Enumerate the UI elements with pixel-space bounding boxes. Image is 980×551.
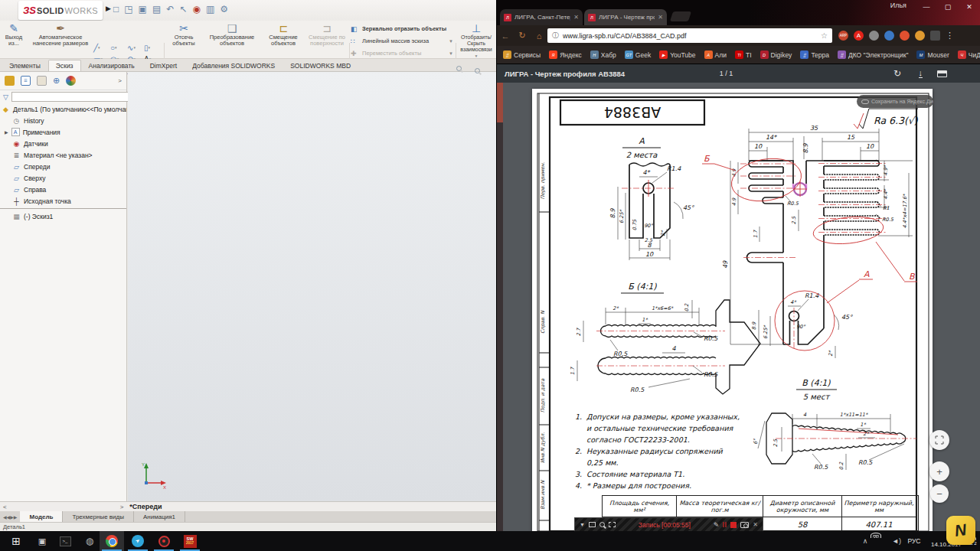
- bookmark-item[interactable]: ▶YouTube: [659, 51, 695, 59]
- offset-entities-button[interactable]: ⊏ Смещение объектов: [263, 23, 303, 47]
- scroll-left-icon[interactable]: <: [0, 504, 10, 510]
- save-to-yandex-disk-button[interactable]: Сохранить на Яндекс.Диск: [857, 95, 933, 108]
- tab-evaluate[interactable]: Анализировать: [81, 60, 142, 71]
- browser-tab-1[interactable]: Л ЛИГРА, Санкт-Петербур ✕: [500, 9, 583, 25]
- speaker-icon[interactable]: ◄): [890, 533, 903, 549]
- trim-entities-button[interactable]: ✂ Отсечь объекты: [167, 23, 201, 47]
- print-icon[interactable]: [937, 70, 947, 77]
- cmd-taskbar-icon[interactable]: >_: [55, 533, 75, 549]
- rotate-icon[interactable]: ↻: [893, 68, 901, 79]
- pause-icon[interactable]: [723, 522, 727, 527]
- extension-icon[interactable]: [930, 31, 940, 41]
- chevron-down-icon[interactable]: ▼: [449, 39, 453, 44]
- stop-icon[interactable]: [730, 522, 737, 528]
- zoom-area-icon[interactable]: [475, 65, 480, 76]
- zoom-out-button[interactable]: −: [930, 484, 949, 503]
- bookmark-item[interactable]: HХабр: [590, 51, 616, 59]
- tab-elements[interactable]: Элементы: [2, 60, 48, 71]
- convert-entities-button[interactable]: ❑ Преобразование объектов: [204, 23, 260, 47]
- mirror-entities-button[interactable]: ◧ Зеркально отразить объекты: [351, 23, 453, 34]
- start-button[interactable]: ⊞: [6, 533, 26, 549]
- bookmark-item[interactable]: AАли: [704, 51, 727, 59]
- tree-item-right-plane[interactable]: ▱ Справа: [0, 184, 126, 195]
- bookmark-item[interactable]: ЧЧиД: [958, 51, 980, 59]
- download-icon[interactable]: ↓: [919, 69, 923, 78]
- tab-animation1[interactable]: Анимация1: [134, 511, 185, 522]
- options-icon[interactable]: ⚙: [220, 3, 228, 15]
- menu-expand-icon[interactable]: ▶: [106, 5, 111, 12]
- displaymanager-tab-icon[interactable]: [66, 76, 76, 86]
- select-icon[interactable]: ↖: [179, 3, 187, 15]
- display-relations-button[interactable]: ⊥ Отобразить/Скрыть взаимосвязи ▼: [458, 23, 495, 59]
- extension-icon[interactable]: [884, 31, 894, 41]
- extension-icon[interactable]: [869, 31, 879, 41]
- omnibox[interactable]: ⓘ ☆: [547, 28, 832, 43]
- pdf-viewport[interactable]: Перв. примен. Справ. N Подп. и дата Инв.…: [497, 83, 980, 531]
- reload-icon[interactable]: ↻: [514, 31, 531, 41]
- bookmark-item[interactable]: DDigikey: [760, 51, 792, 59]
- bookmark-item[interactable]: ⣿Сервисы: [503, 51, 541, 59]
- tab-close-icon[interactable]: ✕: [573, 14, 579, 21]
- line-tool-icon[interactable]: ╱: [93, 44, 110, 55]
- language-indicator[interactable]: РУС: [905, 533, 923, 549]
- featuremanager-tab-icon[interactable]: [5, 76, 15, 86]
- exit-sketch-button[interactable]: ✎ Выход из...: [2, 23, 26, 47]
- chrome-taskbar-icon[interactable]: [100, 531, 124, 551]
- slot-tool-icon[interactable]: ▯: [144, 44, 161, 55]
- recorder-taskbar-icon[interactable]: [152, 531, 176, 551]
- tree-item-top-plane[interactable]: ▱ Сверху: [0, 172, 126, 184]
- close-button[interactable]: ✕: [959, 0, 980, 14]
- floating-logo[interactable]: N: [946, 516, 975, 545]
- region-select-icon[interactable]: [609, 522, 616, 527]
- print-icon[interactable]: ▤: [152, 3, 161, 15]
- new-tab-button[interactable]: [670, 11, 691, 21]
- extension-icon[interactable]: [915, 31, 925, 41]
- tree-item-origin[interactable]: ┼ Исходная точка: [0, 195, 126, 207]
- rollback-bar[interactable]: [0, 208, 126, 209]
- tree-item-history[interactable]: ◷ History: [0, 115, 126, 126]
- undo-icon[interactable]: ↶: [166, 3, 174, 15]
- fit-to-page-button[interactable]: [929, 430, 949, 450]
- bookmark-star-icon[interactable]: ☆: [821, 31, 828, 40]
- profile-name[interactable]: Илья: [890, 2, 906, 9]
- window-select-icon[interactable]: [589, 522, 596, 527]
- task-view-button[interactable]: ▣: [32, 533, 52, 549]
- pencil-icon[interactable]: ✎: [714, 521, 720, 529]
- dimxpert-tab-icon[interactable]: ⊕: [53, 76, 60, 86]
- tree-item-annotations[interactable]: ▶ A Примечания: [0, 126, 126, 138]
- screenshot-icon[interactable]: [740, 522, 749, 528]
- bookmark-item[interactable]: ⣿Терра: [800, 51, 829, 59]
- rebuild-icon[interactable]: ◉: [192, 3, 200, 15]
- zoom-fit-icon[interactable]: [456, 63, 462, 73]
- back-icon[interactable]: ←: [497, 31, 514, 41]
- panel-expand-icon[interactable]: >: [118, 77, 122, 84]
- pdf-scrollbar[interactable]: [497, 83, 503, 531]
- scroll-right-icon[interactable]: >: [117, 504, 127, 510]
- satellite-app-icon[interactable]: ◍: [80, 533, 100, 549]
- configuration-tab-icon[interactable]: [37, 76, 47, 86]
- tray-chevron-icon[interactable]: ∧: [859, 533, 871, 549]
- extension-icon[interactable]: ARP: [838, 31, 848, 41]
- tree-item-sensors[interactable]: ◉ Датчики: [0, 138, 126, 149]
- telegram-taskbar-icon[interactable]: ➤: [126, 531, 150, 551]
- circle-tool-icon[interactable]: ○: [110, 44, 127, 55]
- url-input[interactable]: [563, 32, 817, 40]
- propertymanager-tab-icon[interactable]: ≡: [21, 76, 31, 86]
- tab-dimxpert[interactable]: DimXpert: [142, 60, 185, 71]
- bookmark-item[interactable]: ⣿ДКО "Электронщик": [838, 51, 908, 59]
- bookmark-item[interactable]: ЯЯндекс: [549, 51, 582, 59]
- tree-item-sketch1[interactable]: ▦ (-) Эскиз1: [0, 210, 126, 222]
- tab-scroll-icons[interactable]: ◀◀▶▶: [0, 511, 20, 522]
- adobe-pdf-icon[interactable]: A: [854, 31, 864, 41]
- solidworks-taskbar-icon[interactable]: SW2017: [178, 531, 202, 551]
- spline-tool-icon[interactable]: ∿: [127, 44, 144, 55]
- bookmark-item[interactable]: GTGeek: [625, 51, 651, 59]
- chrome-menu-icon[interactable]: ⋮: [946, 31, 954, 41]
- browser-tab-2-active[interactable]: Л ЛИГРА - Чертеж профи ✕: [584, 9, 667, 25]
- linear-pattern-button[interactable]: ∷ Линейный массив эскиза ▼: [351, 35, 453, 47]
- tab-close-icon[interactable]: ✕: [658, 14, 663, 21]
- tree-item-root[interactable]: ◆ Деталь1 (По умолчанию<<По умолчан: [0, 103, 126, 115]
- magnifier-icon[interactable]: [599, 522, 605, 527]
- page-info-icon[interactable]: ⓘ: [552, 31, 559, 41]
- zoom-in-button[interactable]: +: [929, 461, 949, 481]
